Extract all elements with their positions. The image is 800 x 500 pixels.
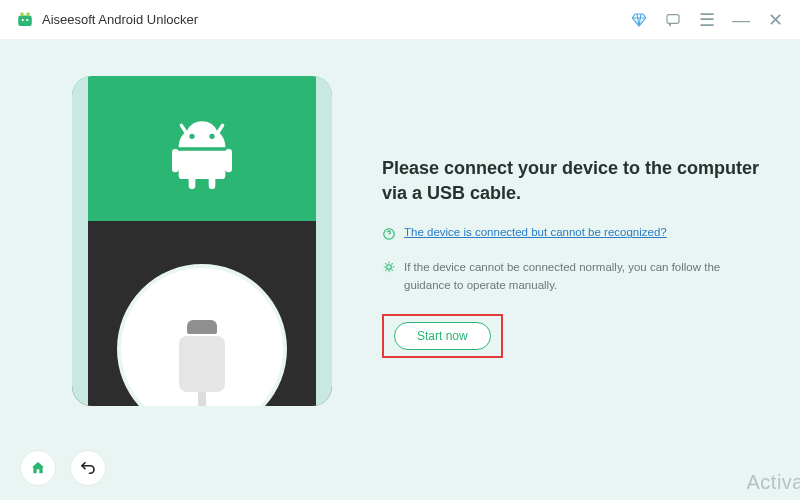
illus-frame-right [316, 76, 332, 406]
gem-icon[interactable] [630, 11, 648, 29]
svg-rect-1 [21, 12, 24, 16]
minimize-icon[interactable]: — [732, 11, 750, 29]
app-title: Aiseesoft Android Unlocker [42, 12, 198, 27]
android-icon [162, 109, 242, 189]
svg-point-7 [389, 237, 390, 238]
footer-controls [20, 450, 106, 486]
svg-rect-0 [18, 15, 32, 26]
question-circle-icon [382, 227, 396, 243]
gear-star-icon [382, 260, 396, 279]
tip-row: If the device cannot be connected normal… [382, 259, 760, 294]
help-row: The device is connected but cannot be re… [382, 226, 760, 243]
illus-frame-left [72, 76, 88, 406]
usb-plug-icon [177, 320, 227, 406]
svg-point-8 [387, 265, 392, 270]
titlebar: Aiseesoft Android Unlocker ☰ — ✕ [0, 0, 800, 40]
start-highlight: Start now [382, 314, 503, 358]
phone-screen [72, 76, 332, 221]
svg-rect-5 [667, 14, 679, 23]
content-panel: Please connect your device to the comput… [382, 76, 760, 358]
home-button[interactable] [20, 450, 56, 486]
back-button[interactable] [70, 450, 106, 486]
menu-icon[interactable]: ☰ [698, 11, 716, 29]
window-controls: ☰ — ✕ [630, 11, 784, 29]
app-logo-icon [16, 11, 34, 29]
device-illustration [72, 76, 332, 406]
svg-point-3 [22, 18, 24, 20]
watermark: Activa [747, 471, 800, 494]
device-not-recognized-link[interactable]: The device is connected but cannot be re… [404, 226, 667, 238]
svg-rect-2 [27, 12, 30, 16]
page-heading: Please connect your device to the comput… [382, 156, 760, 206]
close-icon[interactable]: ✕ [766, 11, 784, 29]
svg-point-4 [26, 18, 28, 20]
speech-bubble-icon[interactable] [664, 11, 682, 29]
start-now-button[interactable]: Start now [394, 322, 491, 350]
main-area: Please connect your device to the comput… [0, 40, 800, 430]
tip-text: If the device cannot be connected normal… [404, 259, 760, 294]
